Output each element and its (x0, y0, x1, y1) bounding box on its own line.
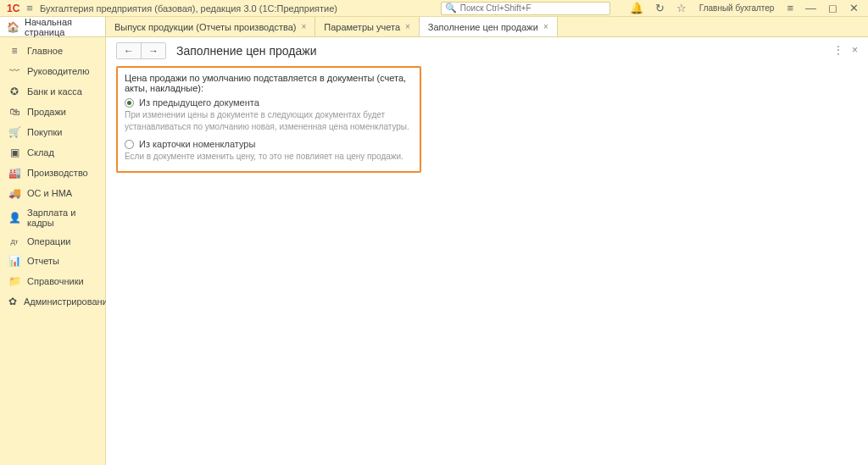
radio-previous-doc[interactable]: Из предыдущего документа (125, 97, 413, 108)
user-label[interactable]: Главный бухгалтер (699, 3, 775, 13)
star-icon[interactable]: ☆ (676, 2, 687, 14)
close-window-icon[interactable]: ✕ (849, 2, 859, 14)
radio-label: Из предыдущего документа (139, 97, 259, 108)
truck-icon: 🚚 (8, 187, 20, 199)
sidebar-item-manager[interactable]: 〰Руководителю (0, 61, 105, 81)
page-title: Заполнение цен продажи (176, 44, 316, 58)
content-area: ← → Заполнение цен продажи ⋮ × Цена прод… (106, 37, 868, 465)
cart-icon: 🛒 (8, 126, 20, 138)
home-icon: 🏠 (7, 21, 19, 33)
sidebar-item-assets[interactable]: 🚚ОС и НМА (0, 183, 105, 203)
sidebar-item-reports[interactable]: 📊Отчеты (0, 251, 105, 271)
sidebar-item-label: Производство (27, 168, 88, 178)
box-icon: ▣ (8, 147, 20, 158)
main-layout: ≡Главное 〰Руководителю ✪Банк и касса 🛍Пр… (0, 37, 868, 465)
radio-icon (125, 98, 134, 108)
maximize-icon[interactable]: ◻ (828, 2, 837, 14)
sidebar-item-sales[interactable]: 🛍Продажи (0, 102, 105, 122)
sidebar-item-label: Продажи (27, 107, 66, 117)
radio-card[interactable]: Из карточки номенклатуры (125, 139, 413, 149)
debit-icon: Дт (8, 238, 20, 246)
back-button[interactable]: ← (117, 43, 141, 58)
sidebar-item-label: Склад (27, 147, 54, 158)
sidebar-item-warehouse[interactable]: ▣Склад (0, 142, 105, 163)
sidebar-item-label: Отчеты (27, 256, 59, 266)
close-panel-icon[interactable]: × (852, 44, 858, 56)
wave-icon: 〰 (8, 65, 20, 77)
forward-button[interactable]: → (141, 43, 165, 58)
sidebar-item-label: Администрирование (24, 296, 113, 307)
sidebar-item-operations[interactable]: ДтОперации (0, 232, 105, 251)
tab-params[interactable]: Параметры учета × (315, 17, 420, 36)
tab-prices[interactable]: Заполнение цен продажи × (420, 17, 558, 36)
titlebar: 1C ≡ Бухгалтерия предприятия (базовая), … (0, 0, 868, 17)
hint-previous-doc: При изменении цены в документе в следующ… (125, 109, 413, 132)
tab-label: Параметры учета (324, 22, 400, 32)
sidebar-item-label: Операции (27, 236, 70, 246)
sidebar-item-directories[interactable]: 📁Справочники (0, 271, 105, 291)
search-icon: 🔍 (445, 3, 457, 14)
sidebar-item-label: Покупки (27, 127, 62, 137)
tab-production[interactable]: Выпуск продукции (Отчеты производства) × (106, 17, 315, 36)
content-controls: ⋮ × (833, 44, 858, 56)
settings-box: Цена продажи по умолчанию подставляется … (116, 66, 421, 173)
search-input[interactable] (460, 3, 606, 13)
sidebar-item-label: Банк и касса (27, 86, 82, 97)
person-icon: 👤 (8, 212, 20, 224)
minimize-icon[interactable]: — (805, 2, 816, 14)
tab-label: Выпуск продукции (Отчеты производства) (114, 22, 296, 32)
sidebar-item-production[interactable]: 🏭Производство (0, 163, 105, 183)
hint-card: Если в документе изменить цену, то это н… (125, 151, 413, 163)
list-icon: ≡ (8, 45, 20, 57)
sidebar-item-label: Главное (27, 46, 63, 56)
folder-icon: 📁 (8, 275, 20, 287)
bell-icon[interactable]: 🔔 (630, 2, 643, 14)
factory-icon: 🏭 (8, 167, 20, 179)
close-icon[interactable]: × (301, 22, 306, 31)
main-menu-icon[interactable]: ≡ (26, 2, 33, 14)
sidebar-item-bank[interactable]: ✪Банк и касса (0, 81, 105, 102)
nav-buttons: ← → (116, 42, 166, 59)
sidebar-item-purchase[interactable]: 🛒Покупки (0, 122, 105, 142)
home-tab[interactable]: 🏠 Начальная страница (0, 17, 106, 36)
chart-icon: 📊 (8, 255, 20, 267)
history-icon[interactable]: ↻ (655, 2, 665, 14)
dropdown-icon[interactable]: ≡ (787, 2, 793, 14)
sidebar-item-hr[interactable]: 👤Зарплата и кадры (0, 203, 105, 232)
radio-icon (125, 140, 134, 149)
radio-label: Из карточки номенклатуры (139, 139, 255, 149)
intro-label: Цена продажи по умолчанию подставляется … (125, 73, 413, 93)
logo-1c: 1C (7, 3, 19, 14)
sidebar-item-label: Зарплата и кадры (27, 208, 97, 228)
sidebar-item-admin[interactable]: ✿Администрирование (0, 291, 105, 312)
sidebar: ≡Главное 〰Руководителю ✪Банк и касса 🛍Пр… (0, 37, 106, 465)
sidebar-item-label: Справочники (27, 276, 84, 286)
tab-row: 🏠 Начальная страница Выпуск продукции (О… (0, 17, 868, 37)
home-tab-label: Начальная страница (25, 17, 98, 37)
tab-label: Заполнение цен продажи (428, 22, 538, 32)
close-icon[interactable]: × (405, 22, 410, 31)
close-icon[interactable]: × (543, 22, 548, 31)
content-header: ← → Заполнение цен продажи (116, 42, 858, 59)
more-icon[interactable]: ⋮ (833, 44, 843, 56)
bag-icon: 🛍 (8, 106, 20, 118)
gear-icon: ✿ (8, 296, 17, 307)
search-box[interactable]: 🔍 (441, 2, 610, 15)
sidebar-item-label: ОС и НМА (27, 188, 72, 198)
sidebar-item-main[interactable]: ≡Главное (0, 41, 105, 61)
sidebar-item-label: Руководителю (27, 66, 89, 76)
coin-icon: ✪ (8, 86, 20, 97)
app-title: Бухгалтерия предприятия (базовая), редак… (40, 3, 337, 14)
